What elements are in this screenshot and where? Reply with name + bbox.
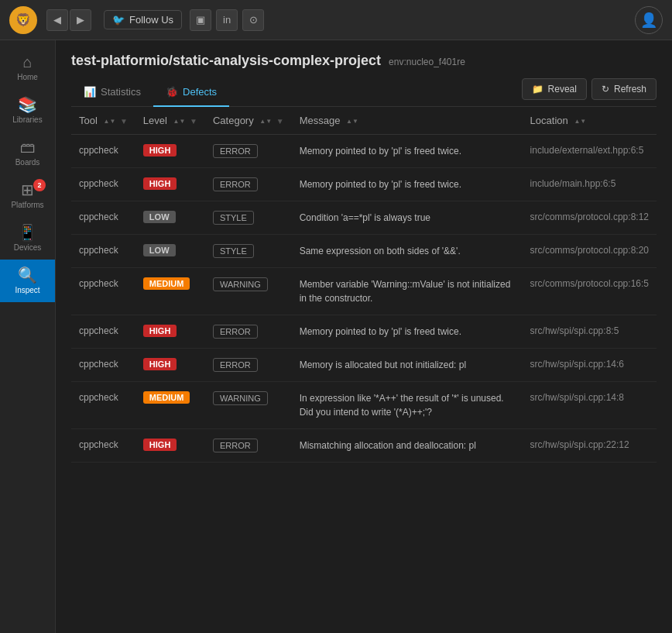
cell-level-1: HIGH bbox=[135, 168, 205, 201]
sidebar-item-label-devices: Devices bbox=[14, 243, 42, 252]
cell-category-6: ERROR bbox=[205, 349, 292, 382]
cell-level-3: LOW bbox=[135, 235, 205, 268]
sidebar-item-platforms[interactable]: ⊞ Platforms 2 bbox=[0, 174, 55, 217]
boards-icon: 🗃 bbox=[20, 139, 36, 155]
cell-category-7: WARNING bbox=[205, 382, 292, 429]
sidebar-item-label-home: Home bbox=[17, 73, 38, 81]
cell-tool-0: cppcheck bbox=[71, 135, 135, 168]
level-filter-icon: ▼ bbox=[190, 117, 197, 126]
category-filter-icon: ▼ bbox=[276, 117, 284, 126]
col-location[interactable]: Location ▲▼ bbox=[523, 107, 657, 135]
col-level[interactable]: Level ▲▼ ▼ bbox=[135, 107, 205, 135]
cell-category-1: ERROR bbox=[205, 168, 292, 201]
facebook-button[interactable]: ▣ bbox=[190, 9, 211, 31]
table-row: cppcheck HIGH ERROR Memory pointed to by… bbox=[71, 135, 657, 168]
cell-location-4: src/comms/protocol.cpp:16:5 bbox=[523, 268, 657, 315]
cell-location-2: src/comms/protocol.cpp:8:12 bbox=[523, 201, 657, 235]
table-row: cppcheck LOW STYLE Condition 'a==*pl' is… bbox=[71, 201, 657, 235]
table-row: cppcheck HIGH ERROR Memory is allocated … bbox=[71, 349, 657, 382]
home-icon: ⌂ bbox=[22, 54, 32, 70]
cell-level-5: HIGH bbox=[135, 315, 205, 349]
cell-location-5: src/hw/spi/spi.cpp:8:5 bbox=[523, 315, 657, 349]
cell-tool-3: cppcheck bbox=[71, 235, 135, 268]
sidebar: ⌂ Home 📚 Libraries 🗃 Boards ⊞ Platforms … bbox=[0, 40, 56, 633]
table-row: cppcheck MEDIUM WARNING In expression li… bbox=[71, 382, 657, 429]
cell-message-6: Memory is allocated but not initialized:… bbox=[292, 349, 523, 382]
cell-message-2: Condition 'a==*pl' is always true bbox=[292, 201, 523, 235]
sidebar-item-home[interactable]: ⌂ Home bbox=[0, 46, 55, 89]
cell-category-3: STYLE bbox=[205, 235, 292, 268]
github-button[interactable]: ⊙ bbox=[242, 9, 264, 31]
cell-category-5: ERROR bbox=[205, 315, 292, 349]
sidebar-item-label-inspect: Inspect bbox=[15, 286, 39, 294]
cell-location-3: src/comms/protocol.cpp:8:20 bbox=[523, 235, 657, 268]
forward-button[interactable]: ▶ bbox=[70, 9, 91, 31]
app-logo[interactable]: 🦁 bbox=[9, 6, 37, 34]
cell-message-5: Memory pointed to by 'pl' is freed twice… bbox=[292, 315, 523, 349]
defects-table-container: Tool ▲▼ ▼ Level ▲▼ ▼ Category ▲▼ ▼ bbox=[56, 107, 672, 633]
cell-category-4: WARNING bbox=[205, 268, 292, 315]
main-layout: ⌂ Home 📚 Libraries 🗃 Boards ⊞ Platforms … bbox=[0, 40, 672, 633]
cell-message-8: Mismatching allocation and deallocation:… bbox=[292, 429, 523, 463]
reveal-button[interactable]: 📁 Reveal bbox=[522, 78, 587, 100]
libraries-icon: 📚 bbox=[18, 97, 37, 112]
follow-us-label: Follow Us bbox=[129, 14, 173, 26]
back-button[interactable]: ◀ bbox=[46, 9, 68, 31]
social-buttons: ▣ in ⊙ bbox=[190, 9, 264, 31]
category-sort-icon: ▲▼ bbox=[259, 119, 272, 125]
cell-level-0: HIGH bbox=[135, 135, 205, 168]
col-message[interactable]: Message ▲▼ bbox=[292, 107, 523, 135]
sidebar-item-inspect[interactable]: 🔍 Inspect bbox=[0, 260, 55, 302]
follow-us-button[interactable]: 🐦 Follow Us bbox=[104, 10, 182, 29]
sidebar-item-devices[interactable]: 📱 Devices bbox=[0, 217, 55, 260]
cell-message-3: Same expression on both sides of '&&'. bbox=[292, 235, 523, 268]
cell-category-0: ERROR bbox=[205, 135, 292, 168]
cell-message-0: Memory pointed to by 'pl' is freed twice… bbox=[292, 135, 523, 168]
cell-level-4: MEDIUM bbox=[135, 268, 205, 315]
cell-location-7: src/hw/spi/spi.cpp:14:8 bbox=[523, 382, 657, 429]
col-category[interactable]: Category ▲▼ ▼ bbox=[205, 107, 292, 135]
cell-tool-5: cppcheck bbox=[71, 315, 135, 349]
message-sort-icon: ▲▼ bbox=[346, 119, 358, 125]
tool-sort-icon: ▲▼ bbox=[103, 119, 115, 125]
cell-category-8: ERROR bbox=[205, 429, 292, 463]
cell-tool-4: cppcheck bbox=[71, 268, 135, 315]
platforms-badge: 2 bbox=[33, 179, 46, 191]
tabs-row: 📊 Statistics 🐞 Defects 📁 Reveal ↻ Refres… bbox=[71, 78, 657, 107]
cell-tool-7: cppcheck bbox=[71, 382, 135, 429]
refresh-button[interactable]: ↻ Refresh bbox=[591, 78, 657, 100]
cell-tool-1: cppcheck bbox=[71, 168, 135, 201]
tab-defects[interactable]: 🐞 Defects bbox=[153, 78, 229, 107]
cell-level-8: HIGH bbox=[135, 429, 205, 463]
table-header-row: Tool ▲▼ ▼ Level ▲▼ ▼ Category ▲▼ ▼ bbox=[71, 107, 657, 135]
table-row: cppcheck HIGH ERROR Memory pointed to by… bbox=[71, 168, 657, 201]
cell-message-4: Member variable 'Warning::mValue' is not… bbox=[292, 268, 523, 315]
content-header: test-platformio/static-analysis-complex-… bbox=[56, 40, 672, 107]
reveal-label: Reveal bbox=[548, 84, 577, 95]
level-sort-icon: ▲▼ bbox=[173, 119, 186, 125]
sidebar-item-label-libraries: Libraries bbox=[12, 115, 42, 124]
twitter-icon: 🐦 bbox=[112, 14, 125, 26]
sidebar-item-libraries[interactable]: 📚 Libraries bbox=[0, 89, 55, 132]
cell-tool-6: cppcheck bbox=[71, 349, 135, 382]
table-row: cppcheck LOW STYLE Same expression on bo… bbox=[71, 235, 657, 268]
tab-statistics[interactable]: 📊 Statistics bbox=[71, 78, 153, 107]
platforms-icon: ⊞ bbox=[21, 182, 34, 198]
user-avatar[interactable]: 👤 bbox=[635, 6, 663, 34]
cell-level-7: MEDIUM bbox=[135, 382, 205, 429]
refresh-label: Refresh bbox=[614, 84, 646, 95]
cell-location-0: include/external/ext.hpp:6:5 bbox=[523, 135, 657, 168]
sidebar-item-label-boards: Boards bbox=[15, 158, 40, 167]
project-env: env:nucleo_f401re bbox=[389, 57, 465, 67]
topbar: 🦁 ◀ ▶ 🐦 Follow Us ▣ in ⊙ 👤 bbox=[0, 0, 672, 40]
cell-level-2: LOW bbox=[135, 201, 205, 235]
linkedin-button[interactable]: in bbox=[216, 9, 238, 31]
cell-message-1: Memory pointed to by 'pl' is freed twice… bbox=[292, 168, 523, 201]
cell-tool-2: cppcheck bbox=[71, 201, 135, 235]
col-tool[interactable]: Tool ▲▼ ▼ bbox=[71, 107, 135, 135]
sidebar-item-boards[interactable]: 🗃 Boards bbox=[0, 132, 55, 174]
table-row: cppcheck HIGH ERROR Mismatching allocati… bbox=[71, 429, 657, 463]
table-row: cppcheck MEDIUM WARNING Member variable … bbox=[71, 268, 657, 315]
inspect-icon: 🔍 bbox=[18, 267, 37, 283]
cell-category-2: STYLE bbox=[205, 201, 292, 235]
